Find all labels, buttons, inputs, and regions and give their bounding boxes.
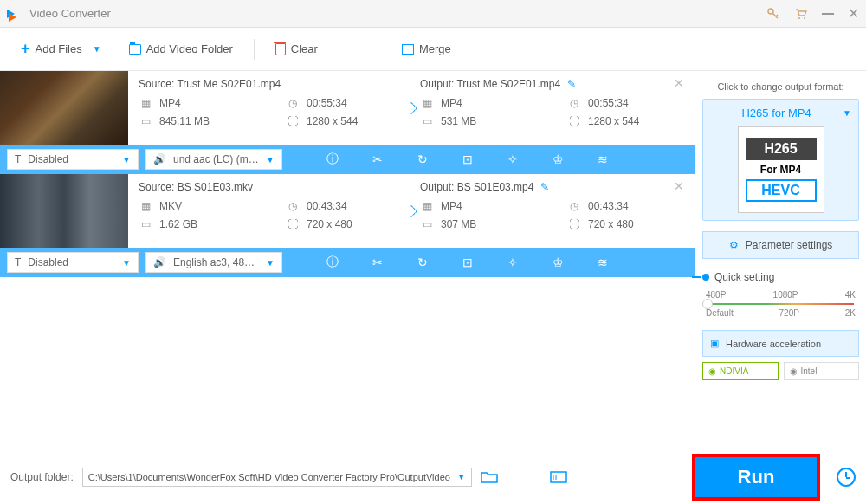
output-label: Output: Trust Me S02E01.mp4✎ bbox=[420, 78, 684, 90]
trash-icon bbox=[275, 43, 286, 55]
titlebar: Video Converter ✕ bbox=[0, 0, 866, 28]
subtitle-dropdown[interactable]: T Disabled ▼ bbox=[7, 252, 139, 273]
info-icon[interactable]: ⓘ bbox=[324, 151, 341, 168]
chevron-down-icon: ▼ bbox=[266, 258, 275, 268]
format-title: H265 for MP4 bbox=[710, 107, 843, 120]
edit-icon[interactable]: ✎ bbox=[540, 181, 549, 193]
change-format-label: Click to change output format: bbox=[702, 81, 859, 92]
video-thumbnail[interactable] bbox=[0, 174, 128, 248]
chevron-down-icon: ▼ bbox=[266, 155, 275, 165]
separator bbox=[339, 39, 339, 60]
quality-labels-top: 480P1080P4K bbox=[702, 290, 859, 300]
audio-icon: 🔊 bbox=[153, 256, 166, 268]
resolution-icon: ⛶ bbox=[286, 114, 300, 128]
filter-icon[interactable]: ≋ bbox=[594, 151, 611, 168]
chevron-down-icon: ▼ bbox=[843, 108, 851, 118]
bullet-icon bbox=[702, 274, 709, 281]
svg-point-4 bbox=[804, 17, 805, 19]
subtitle-icon: T bbox=[15, 153, 21, 165]
plus-icon: + bbox=[21, 40, 30, 58]
filter-icon[interactable]: ≋ bbox=[594, 254, 611, 271]
run-button[interactable]: Run bbox=[695, 456, 818, 498]
size-icon: ▭ bbox=[139, 217, 152, 231]
folder-icon bbox=[129, 44, 141, 55]
key-icon[interactable] bbox=[766, 7, 780, 21]
merge-icon bbox=[402, 44, 414, 55]
svg-line-2 bbox=[776, 15, 778, 16]
effects-icon[interactable]: ✧ bbox=[504, 254, 521, 271]
format-icon: ▦ bbox=[420, 199, 434, 213]
clock-icon: ◷ bbox=[286, 199, 300, 213]
hardware-acceleration-button[interactable]: ▣ Hardware acceleration bbox=[702, 330, 859, 357]
output-format-selector[interactable]: H265 for MP4 ▼ H265 For MP4 HEVC bbox=[702, 99, 859, 221]
output-label: Output: BS S01E03.mp4✎ bbox=[420, 181, 684, 193]
intel-button[interactable]: ◉ Intel bbox=[784, 362, 860, 380]
video-list: Source: Trust Me S02E01.mp4 ▦MP4 ◷00:55:… bbox=[0, 71, 695, 449]
resolution-icon: ⛶ bbox=[286, 217, 300, 231]
arrow-right-icon bbox=[403, 181, 420, 241]
effects-icon[interactable]: ✧ bbox=[504, 151, 521, 168]
clock-icon: ◷ bbox=[286, 96, 300, 110]
crop-icon[interactable]: ⊡ bbox=[459, 254, 476, 271]
resolution-icon: ⛶ bbox=[567, 114, 581, 128]
merge-button[interactable]: Merge bbox=[391, 36, 462, 62]
cut-icon[interactable]: ✂ bbox=[369, 254, 386, 271]
rotate-icon[interactable]: ↻ bbox=[414, 254, 431, 271]
size-icon: ▭ bbox=[420, 114, 434, 128]
subtitle-icon: T bbox=[15, 256, 21, 268]
rotate-icon[interactable]: ↻ bbox=[414, 151, 431, 168]
chevron-down-icon: ▼ bbox=[93, 44, 101, 54]
svg-point-3 bbox=[798, 17, 800, 19]
chevron-down-icon: ▼ bbox=[122, 155, 131, 165]
quality-slider[interactable] bbox=[708, 303, 854, 305]
audio-dropdown[interactable]: 🔊 English ac3, 48000 H ▼ bbox=[145, 252, 282, 273]
cart-icon[interactable] bbox=[794, 7, 808, 21]
slider-thumb[interactable] bbox=[702, 299, 713, 309]
app-logo-icon bbox=[7, 6, 23, 22]
chevron-down-icon: ▼ bbox=[457, 472, 466, 481]
cut-icon[interactable]: ✂ bbox=[369, 151, 386, 168]
video-item: Source: BS S01E03.mkv ▦MKV ◷00:43:34 ▭1.… bbox=[0, 174, 695, 277]
format-icon: ▦ bbox=[420, 96, 434, 110]
audio-dropdown[interactable]: 🔊 und aac (LC) (mp4a ▼ bbox=[145, 149, 282, 170]
open-folder-icon[interactable] bbox=[550, 470, 567, 484]
browse-folder-icon[interactable] bbox=[481, 470, 498, 484]
watermark-icon[interactable]: ♔ bbox=[549, 151, 566, 168]
output-folder-label: Output folder: bbox=[10, 471, 74, 483]
minimize-icon[interactable] bbox=[822, 13, 834, 15]
crop-icon[interactable]: ⊡ bbox=[459, 151, 476, 168]
chip-icon: ▣ bbox=[710, 338, 719, 349]
app-title: Video Converter bbox=[29, 7, 766, 20]
source-label: Source: BS S01E03.mkv bbox=[139, 181, 403, 193]
resolution-icon: ⛶ bbox=[567, 217, 581, 231]
size-icon: ▭ bbox=[420, 217, 434, 231]
nvidia-icon: ◉ bbox=[708, 366, 716, 376]
intel-icon: ◉ bbox=[790, 366, 798, 376]
subtitle-dropdown[interactable]: T Disabled ▼ bbox=[7, 149, 139, 170]
output-folder-input[interactable]: C:\Users\1\Documents\WonderFox Soft\HD V… bbox=[82, 468, 472, 487]
watermark-icon[interactable]: ♔ bbox=[549, 254, 566, 271]
source-label: Source: Trust Me S02E01.mp4 bbox=[139, 78, 403, 90]
footer: Output folder: C:\Users\1\Documents\Wond… bbox=[0, 449, 866, 504]
remove-item-icon[interactable]: ✕ bbox=[674, 76, 684, 90]
video-item: Source: Trust Me S02E01.mp4 ▦MP4 ◷00:55:… bbox=[0, 71, 695, 174]
settings-icon: ⚙ bbox=[729, 239, 739, 251]
size-icon: ▭ bbox=[139, 114, 152, 128]
clock-icon: ◷ bbox=[567, 96, 581, 110]
quick-setting-label: Quick setting bbox=[702, 271, 859, 283]
format-icon: ▦ bbox=[139, 199, 152, 213]
parameter-settings-button[interactable]: ⚙ Parameter settings bbox=[702, 231, 859, 259]
audio-icon: 🔊 bbox=[153, 153, 166, 165]
add-files-button[interactable]: + Add Files ▼ bbox=[10, 33, 112, 65]
add-folder-button[interactable]: Add Video Folder bbox=[119, 36, 243, 62]
item-action-bar: T Disabled ▼ 🔊 English ac3, 48000 H ▼ ⓘ … bbox=[0, 248, 695, 277]
info-icon[interactable]: ⓘ bbox=[324, 254, 341, 271]
video-thumbnail[interactable] bbox=[0, 71, 128, 145]
edit-icon[interactable]: ✎ bbox=[567, 78, 576, 90]
clear-button[interactable]: Clear bbox=[265, 36, 328, 62]
remove-item-icon[interactable]: ✕ bbox=[674, 179, 684, 193]
nvidia-button[interactable]: ◉ NDIVIA bbox=[702, 362, 779, 380]
schedule-icon[interactable] bbox=[837, 468, 856, 487]
close-icon[interactable]: ✕ bbox=[848, 5, 859, 22]
separator bbox=[254, 39, 255, 60]
